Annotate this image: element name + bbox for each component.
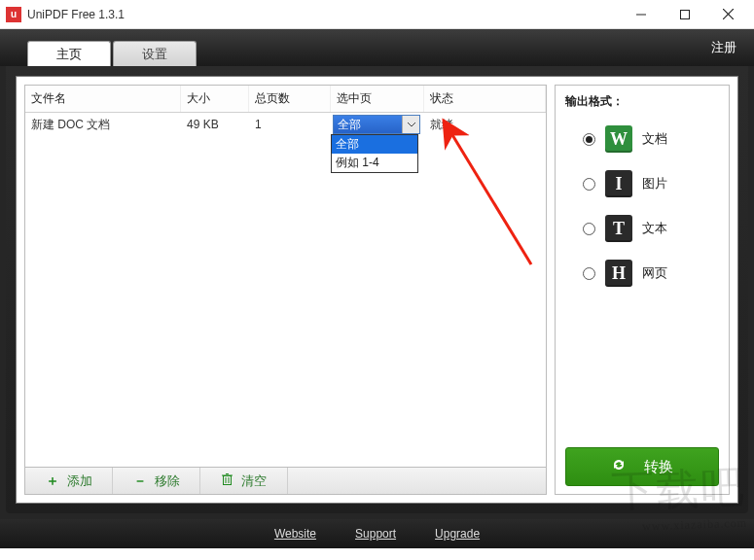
page-range-dropdown-list: 全部 例如 1-4: [331, 134, 418, 173]
window-titlebar: u UniPDF Free 1.3.1: [0, 0, 754, 29]
tab-bar: 主页 设置 注册: [0, 29, 754, 66]
add-label: 添加: [67, 472, 92, 490]
trash-icon: [221, 472, 233, 489]
radio-html[interactable]: [583, 267, 595, 280]
cell-status: 就绪: [424, 117, 546, 133]
register-link[interactable]: 注册: [711, 39, 736, 56]
cell-size: 49 KB: [181, 118, 249, 131]
workspace: 文件名 大小 总页数 选中页 状态 新建 DOC 文档 49 KB 1 全部: [16, 76, 738, 504]
remove-button[interactable]: － 移除: [113, 468, 200, 494]
format-option-image[interactable]: I 图片: [583, 170, 719, 197]
word-icon: W: [605, 125, 632, 153]
convert-label: 转换: [644, 458, 673, 476]
page-range-dropdown[interactable]: 全部: [333, 115, 420, 134]
convert-button[interactable]: 转换: [565, 447, 719, 486]
format-option-doc[interactable]: W 文档: [583, 125, 719, 153]
format-doc-label: 文档: [642, 130, 667, 148]
cell-selected-pages: 全部 全部 例如 1-4: [331, 115, 424, 134]
tab-settings[interactable]: 设置: [113, 41, 197, 66]
text-icon: T: [605, 215, 632, 242]
dropdown-value: 全部: [338, 117, 361, 133]
image-icon: I: [605, 170, 632, 197]
maximize-button[interactable]: [663, 1, 706, 28]
tab-home[interactable]: 主页: [27, 41, 111, 66]
grid-body: 新建 DOC 文档 49 KB 1 全部 全部 例如 1-4 就绪: [25, 113, 546, 467]
minimize-button[interactable]: [619, 1, 663, 28]
col-filename[interactable]: 文件名: [25, 86, 181, 112]
remove-label: 移除: [155, 472, 180, 490]
output-pane: 输出格式： W 文档 I 图片 T 文本 H 网页: [555, 85, 730, 495]
col-size[interactable]: 大小: [181, 86, 249, 112]
radio-doc[interactable]: [583, 133, 595, 146]
footer-website-link[interactable]: Website: [274, 527, 316, 541]
dropdown-option-example[interactable]: 例如 1-4: [332, 154, 417, 172]
format-list: W 文档 I 图片 T 文本 H 网页: [583, 125, 719, 287]
app-icon: u: [6, 7, 21, 22]
close-button[interactable]: [706, 1, 750, 28]
chevron-down-icon: [402, 116, 419, 133]
clear-button[interactable]: 清空: [200, 468, 288, 494]
col-selected-pages[interactable]: 选中页: [331, 86, 424, 112]
maximize-icon: [680, 10, 690, 19]
format-text-label: 文本: [642, 220, 667, 237]
cell-total-pages: 1: [249, 118, 331, 131]
minimize-icon: [636, 10, 646, 19]
window-title: UniPDF Free 1.3.1: [27, 8, 125, 21]
svg-rect-1: [680, 10, 689, 18]
output-heading: 输出格式：: [565, 93, 719, 110]
list-toolbar: ＋ 添加 － 移除 清空: [25, 467, 546, 494]
html-icon: H: [605, 260, 632, 287]
format-html-label: 网页: [642, 264, 667, 282]
grid-header: 文件名 大小 总页数 选中页 状态: [25, 86, 546, 113]
col-status[interactable]: 状态: [424, 86, 546, 112]
plus-icon: ＋: [46, 472, 59, 490]
close-icon: [723, 9, 734, 19]
refresh-icon: [611, 457, 627, 476]
dropdown-option-all[interactable]: 全部: [332, 135, 417, 154]
file-list-pane: 文件名 大小 总页数 选中页 状态 新建 DOC 文档 49 KB 1 全部: [24, 85, 547, 495]
format-image-label: 图片: [642, 175, 667, 192]
format-option-html[interactable]: H 网页: [583, 260, 719, 287]
footer: Website Support Upgrade: [0, 519, 754, 548]
add-button[interactable]: ＋ 添加: [25, 468, 113, 494]
footer-upgrade-link[interactable]: Upgrade: [435, 527, 480, 541]
clear-label: 清空: [241, 472, 267, 490]
svg-rect-4: [224, 476, 232, 485]
radio-text[interactable]: [583, 223, 595, 235]
footer-support-link[interactable]: Support: [355, 527, 396, 541]
table-row[interactable]: 新建 DOC 文档 49 KB 1 全部 全部 例如 1-4 就绪: [25, 113, 546, 136]
radio-image[interactable]: [583, 178, 595, 191]
format-option-text[interactable]: T 文本: [583, 215, 719, 242]
cell-filename: 新建 DOC 文档: [25, 117, 181, 133]
col-total-pages[interactable]: 总页数: [249, 86, 331, 112]
minus-icon: －: [133, 472, 147, 490]
